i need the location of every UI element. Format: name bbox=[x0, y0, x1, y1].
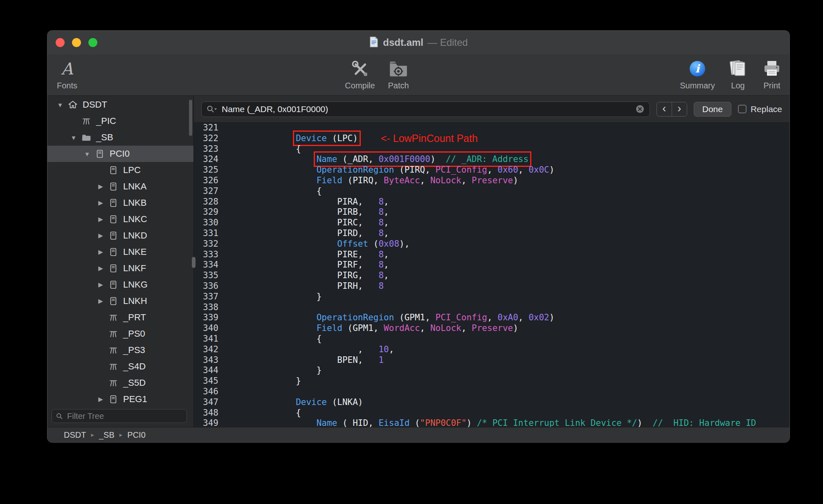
done-button[interactable]: Done bbox=[694, 102, 731, 117]
code-token: ( bbox=[409, 418, 420, 427]
code-token: 8 bbox=[378, 218, 384, 227]
line-number: 338 bbox=[194, 302, 218, 313]
code-line: 331 PIRD, 8, bbox=[194, 228, 789, 239]
disclosure-triangle-icon[interactable]: ▶ bbox=[94, 297, 108, 305]
code-line: 344 } bbox=[194, 365, 789, 376]
code-token: 8 bbox=[378, 207, 384, 217]
red-highlight-box: Name (_ADR, 0x001F0000) // _ADR: Address bbox=[317, 154, 528, 164]
code-line: 327 { bbox=[194, 186, 789, 197]
sidebar-item-pci0[interactable]: ▼PCI0 bbox=[47, 146, 193, 162]
clear-search-icon[interactable] bbox=[635, 104, 645, 114]
sidebar-item-lnke[interactable]: ▶LNKE bbox=[47, 244, 193, 260]
sidebar-item-_s5d[interactable]: _S5D bbox=[47, 375, 193, 391]
code-line: 332 Offset (0x08), bbox=[194, 239, 789, 250]
sidebar-item-_sb[interactable]: ▼_SB bbox=[47, 129, 193, 146]
disclosure-triangle-icon[interactable]: ▶ bbox=[94, 183, 108, 190]
sidebar-item-_ps0[interactable]: _PS0 bbox=[47, 326, 193, 342]
patch-button[interactable]: Patch bbox=[374, 57, 423, 90]
sidebar-item-_ps3[interactable]: _PS3 bbox=[47, 342, 193, 358]
disclosure-triangle-icon[interactable]: ▶ bbox=[94, 232, 108, 239]
disclosure-triangle-icon[interactable]: ▶ bbox=[94, 281, 108, 288]
code-line: 325 OperationRegion (PIRQ, PCI_Config, 0… bbox=[194, 165, 789, 176]
find-previous-button[interactable]: ‹ bbox=[657, 102, 672, 116]
log-icon bbox=[728, 57, 748, 81]
folder-icon bbox=[81, 132, 92, 143]
print-button[interactable]: Print bbox=[747, 57, 790, 90]
breadcrumb-separator-icon: ▸ bbox=[91, 431, 94, 439]
filter-tree-field[interactable] bbox=[52, 409, 187, 423]
sidebar-item-lpc[interactable]: LPC bbox=[47, 162, 193, 178]
code-token: Offset bbox=[337, 239, 368, 249]
line-number: 346 bbox=[194, 387, 218, 397]
disclosure-triangle-icon[interactable]: ▼ bbox=[67, 134, 81, 141]
filter-tree-input[interactable] bbox=[66, 411, 182, 421]
code-token: Preserve bbox=[472, 323, 513, 333]
code-token: ) bbox=[549, 165, 555, 175]
code-token: 8 bbox=[378, 228, 384, 238]
disclosure-triangle-icon[interactable]: ▶ bbox=[94, 199, 108, 207]
code-text: BPEN, 1 bbox=[254, 355, 384, 366]
code-token: } bbox=[254, 376, 301, 386]
sidebar-item-lnkh[interactable]: ▶LNKH bbox=[47, 293, 193, 309]
sidebar-item-lnkb[interactable]: ▶LNKB bbox=[47, 195, 193, 211]
sidebar-item-lnkg[interactable]: ▶LNKG bbox=[47, 277, 193, 293]
fonts-button[interactable]: A Fonts bbox=[47, 57, 92, 90]
code-token: 8 bbox=[378, 281, 384, 291]
app-window: dsdt.aml — Edited A Fonts Compile bbox=[47, 30, 790, 443]
line-number: 348 bbox=[194, 408, 218, 418]
code-line: 348 { bbox=[194, 408, 789, 418]
code-token: // _HID: Hardware ID bbox=[653, 418, 756, 427]
code-token: 0xA0 bbox=[497, 313, 518, 322]
breadcrumb-item[interactable]: PCI0 bbox=[127, 430, 145, 440]
find-search-field[interactable] bbox=[201, 101, 650, 117]
code-token: ), bbox=[399, 239, 409, 249]
disclosure-triangle-icon[interactable]: ▶ bbox=[94, 248, 108, 256]
code-token: 8 bbox=[378, 270, 384, 280]
search-menu-icon[interactable] bbox=[207, 105, 217, 113]
replace-checkbox[interactable] bbox=[738, 105, 747, 113]
titlebar: dsdt.aml — Edited bbox=[47, 31, 789, 54]
line-number: 332 bbox=[194, 239, 218, 250]
breadcrumb-item[interactable]: _SB bbox=[99, 430, 115, 440]
code-editor[interactable]: 321322 Device (LPC)<- LowPinCount Path32… bbox=[194, 123, 789, 427]
sidebar-item-lnkd[interactable]: ▶LNKD bbox=[47, 227, 193, 244]
line-number: 321 bbox=[194, 123, 218, 133]
breadcrumb-item[interactable]: DSDT bbox=[64, 430, 86, 440]
code-text: PIRB, 8, bbox=[254, 207, 389, 218]
sidebar-item-_s4d[interactable]: _S4D bbox=[47, 358, 193, 375]
sidebar-scrollbar-thumb[interactable] bbox=[189, 100, 192, 136]
line-number: 349 bbox=[194, 418, 218, 427]
code-token: ) bbox=[549, 313, 555, 322]
find-nav-segmented: ‹ › bbox=[657, 102, 687, 117]
close-button[interactable] bbox=[56, 38, 65, 47]
breadcrumb-separator-icon: ▸ bbox=[119, 431, 123, 439]
disclosure-triangle-icon[interactable]: ▶ bbox=[94, 265, 108, 272]
disclosure-triangle-icon[interactable]: ▼ bbox=[53, 101, 67, 108]
sidebar-item-lnka[interactable]: ▶LNKA bbox=[47, 178, 193, 195]
code-text: PIRH, 8 bbox=[254, 281, 384, 292]
device-icon bbox=[108, 164, 119, 176]
method-icon bbox=[108, 312, 119, 323]
disclosure-triangle-icon[interactable]: ▶ bbox=[94, 396, 108, 403]
sidebar-item-lnkc[interactable]: ▶LNKC bbox=[47, 211, 193, 227]
sidebar-item-_pic[interactable]: _PIC bbox=[47, 113, 193, 129]
sidebar-item-peg1[interactable]: ▶PEG1 bbox=[47, 391, 193, 407]
device-icon bbox=[108, 263, 119, 274]
disclosure-triangle-icon[interactable]: ▶ bbox=[94, 216, 108, 223]
code-text: } bbox=[254, 365, 322, 376]
device-icon bbox=[108, 246, 119, 258]
code-token bbox=[254, 323, 317, 333]
sidebar-item-dsdt[interactable]: ▼DSDT bbox=[47, 97, 193, 113]
minimize-button[interactable] bbox=[72, 38, 81, 47]
house-icon bbox=[67, 99, 79, 110]
sidebar-item-lnkf[interactable]: ▶LNKF bbox=[47, 260, 193, 277]
find-query-input[interactable] bbox=[221, 104, 632, 115]
split-drag-handle[interactable] bbox=[192, 257, 196, 268]
disclosure-triangle-icon[interactable]: ▼ bbox=[80, 151, 94, 158]
find-next-button[interactable]: › bbox=[672, 102, 687, 116]
zoom-button[interactable] bbox=[88, 38, 97, 47]
line-number: 339 bbox=[194, 313, 218, 323]
sidebar-item-label: _S5D bbox=[123, 378, 146, 388]
annotation-text: <- LowPinCount Path bbox=[381, 133, 478, 144]
sidebar-item-_prt[interactable]: _PRT bbox=[47, 309, 193, 326]
